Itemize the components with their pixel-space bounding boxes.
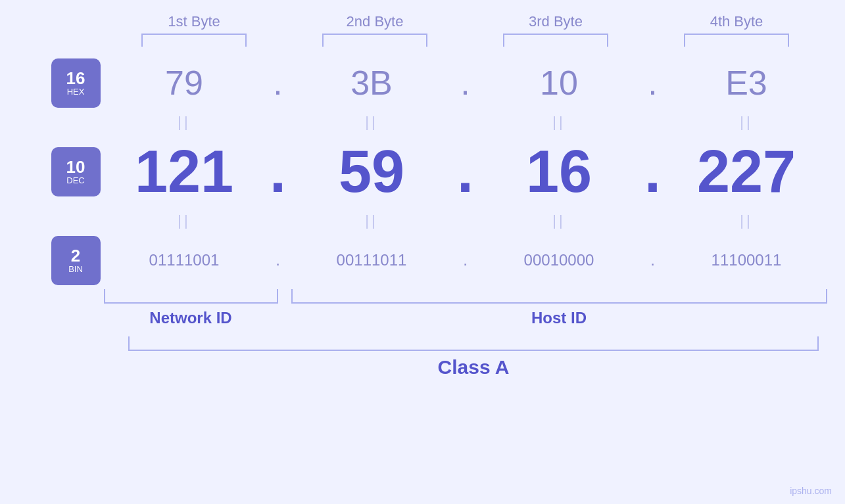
- arrow-spacer-2: [452, 109, 479, 135]
- class-bracket: [128, 336, 819, 351]
- dec-b3-value: 16: [526, 142, 592, 201]
- arrow1-b4: ||: [666, 109, 827, 135]
- hex-b3-value: 10: [540, 63, 578, 103]
- network-id-label: Network ID: [104, 309, 278, 327]
- dec-badge-label: DEC: [66, 175, 84, 185]
- hex-badge: 16 HEX: [51, 58, 101, 108]
- top-bracket-2: [285, 30, 466, 50]
- hex-b4-cell: E3: [666, 57, 827, 109]
- arrow2-spacer-1: [265, 208, 291, 234]
- bracket-gap: [278, 289, 291, 304]
- bin-badge: 2 BIN: [51, 236, 101, 285]
- dec-b3-cell: 16: [479, 135, 640, 208]
- top-bracket-4: [646, 30, 827, 50]
- dec-badge-number: 10: [66, 158, 85, 175]
- dot-hex-2: .: [452, 57, 479, 109]
- bin-b3-value: 00010000: [524, 251, 594, 269]
- byte4-label: 4th Byte: [646, 13, 827, 30]
- dec-b2-cell: 59: [291, 135, 452, 208]
- dot-hex-1: .: [265, 57, 291, 109]
- hex-b3-cell: 10: [479, 57, 640, 109]
- arrow-spacer-1: [265, 109, 291, 135]
- dec-b4-cell: 227: [666, 135, 827, 208]
- hex-badge-label: HEX: [67, 87, 85, 97]
- arrow2-b3: ||: [479, 208, 640, 234]
- bracket-top-3: [503, 34, 608, 47]
- arrows-row-2: || || || ||: [104, 208, 827, 234]
- dot-dec-1: .: [265, 135, 291, 208]
- hex-b4-value: E3: [725, 63, 767, 103]
- watermark: ipshu.com: [790, 486, 832, 496]
- bin-b4-cell: 11100011: [666, 234, 827, 286]
- dec-badge: 10 DEC: [51, 147, 101, 196]
- dot-hex-3: .: [640, 57, 666, 109]
- id-labels-gap: [278, 309, 291, 327]
- bin-badge-number: 2: [71, 247, 80, 264]
- dec-b4-value: 227: [697, 142, 796, 201]
- badge-hex-row: 16 HEX: [51, 57, 104, 109]
- dot-bin-2: .: [452, 234, 479, 286]
- dec-b2-value: 59: [339, 142, 404, 201]
- arrow2-spacer-2: [452, 208, 479, 234]
- dot-dec-3: .: [640, 135, 666, 208]
- dot-bin-3: .: [640, 234, 666, 286]
- hex-b2-cell: 3B: [291, 57, 452, 109]
- hex-b1-value: 79: [165, 63, 203, 103]
- class-label-row: Class A: [128, 356, 819, 378]
- hex-b2-value: 3B: [350, 63, 393, 103]
- dot-dec-2: .: [452, 135, 479, 208]
- bin-badge-label: BIN: [68, 264, 83, 274]
- badges-column: 16 HEX 10 DEC 2 BIN: [18, 57, 104, 286]
- dec-row: 121 . 59 . 16 . 227: [104, 135, 827, 208]
- class-label: Class A: [438, 356, 510, 378]
- bracket-top-2: [322, 34, 427, 47]
- dec-b1-cell: 121: [104, 135, 265, 208]
- arrow2-b1: ||: [104, 208, 265, 234]
- values-area: 79 . 3B . 10 . E3: [104, 57, 827, 286]
- bin-b4-value: 11100011: [712, 251, 782, 269]
- arrow1-b1: ||: [104, 109, 265, 135]
- arrow1-b3: ||: [479, 109, 640, 135]
- arrows-row-1: || || || ||: [104, 109, 827, 135]
- bin-b2-value: 00111011: [337, 251, 407, 269]
- arrow2-spacer-3: [640, 208, 666, 234]
- network-id-bracket: [104, 289, 278, 304]
- top-brackets-row: [104, 30, 827, 50]
- top-bracket-1: [104, 30, 285, 50]
- hex-row: 79 . 3B . 10 . E3: [104, 57, 827, 109]
- bracket-top-4: [684, 34, 789, 47]
- bracket-top-1: [141, 34, 247, 47]
- badge-dec-row: 10 DEC: [51, 135, 104, 208]
- badge-bin-row: 2 BIN: [51, 234, 104, 286]
- host-id-bracket: [291, 289, 827, 304]
- bin-b1-cell: 01111001: [104, 234, 265, 286]
- byte3-label: 3rd Byte: [466, 13, 646, 30]
- hex-badge-number: 16: [66, 70, 85, 87]
- dot-bin-1: .: [265, 234, 291, 286]
- id-labels-row: Network ID Host ID: [104, 309, 827, 327]
- main-content: 16 HEX 10 DEC 2 BIN: [18, 57, 827, 286]
- dec-b1-value: 121: [135, 142, 233, 201]
- arrow-spacer-3: [640, 109, 666, 135]
- arrow2-b2: ||: [291, 208, 452, 234]
- hex-b1-cell: 79: [104, 57, 265, 109]
- bin-b1-value: 01111001: [149, 251, 220, 269]
- byte1-label: 1st Byte: [104, 13, 285, 30]
- bin-b3-cell: 00010000: [479, 234, 640, 286]
- host-id-label: Host ID: [291, 309, 827, 327]
- byte2-label: 2nd Byte: [285, 13, 466, 30]
- badge-arrow2-spacer: [51, 208, 104, 234]
- main-container: 1st Byte 2nd Byte 3rd Byte 4th Byte 16 H…: [0, 0, 845, 504]
- class-bracket-row: [128, 336, 819, 351]
- bin-row: 01111001 . 00111011 . 00010000 .: [104, 234, 827, 286]
- arrow1-b2: ||: [291, 109, 452, 135]
- byte-labels-row: 1st Byte 2nd Byte 3rd Byte 4th Byte: [104, 13, 827, 30]
- badge-arrow1-spacer: [51, 109, 104, 135]
- bottom-id-brackets: [104, 289, 827, 304]
- bin-b2-cell: 00111011: [291, 234, 452, 286]
- top-bracket-3: [466, 30, 646, 50]
- arrow2-b4: ||: [666, 208, 827, 234]
